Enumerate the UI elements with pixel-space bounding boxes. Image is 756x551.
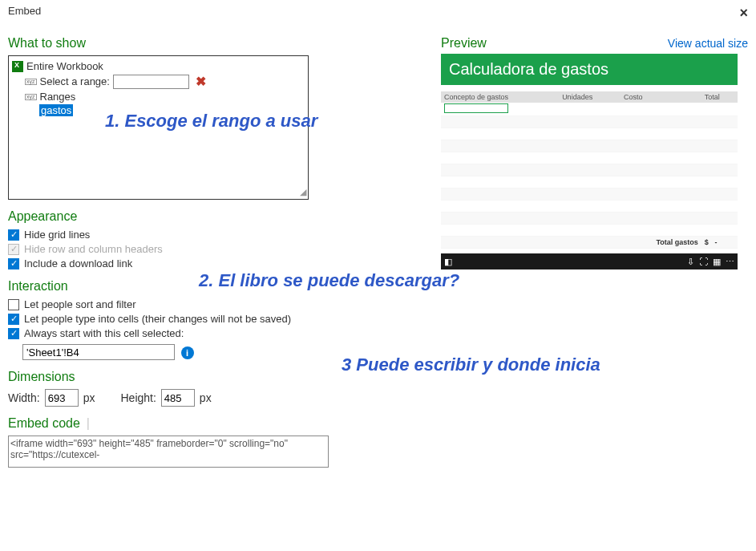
select-range-label: Select a range: (40, 75, 110, 87)
excel-mini-icon: ◧ (444, 257, 452, 267)
dialog-title: Embed (8, 5, 41, 22)
preview-pane: Calculadora de gastos Concepto de gastos… (441, 54, 738, 269)
height-label: Height: (120, 391, 156, 404)
checkbox-start-cell[interactable] (8, 328, 19, 339)
divider-icon: | (87, 416, 90, 431)
checkbox-hide-headers (8, 244, 19, 255)
ranges-label: Ranges (40, 91, 76, 103)
preview-sheet-title: Calculadora de gastos (441, 54, 738, 85)
col-concepto: Concepto de gastos (441, 91, 559, 103)
table-row (441, 164, 738, 176)
tree-node-workbook[interactable]: Entire Workbook (12, 59, 305, 73)
view-actual-size-link[interactable]: View actual size (668, 37, 748, 50)
width-input[interactable] (45, 389, 79, 407)
table-row (441, 103, 738, 116)
table-row (441, 176, 738, 188)
table-row (441, 116, 738, 128)
col-total: Total (701, 91, 738, 103)
col-costo: Costo (621, 91, 701, 103)
section-preview: Preview (441, 36, 487, 51)
height-unit: px (200, 391, 212, 404)
clear-range-icon[interactable]: ✖ (196, 74, 206, 89)
dialog-header: Embed × (0, 0, 756, 26)
annotation-2: 2. El libro se puede descargar? (199, 270, 459, 291)
tree-label: Entire Workbook (26, 60, 103, 72)
embed-code-textarea[interactable] (8, 436, 329, 468)
section-what-to-show: What to show (8, 36, 425, 51)
tree-node-select-range[interactable]: xyz Select a range: ✖ (25, 73, 305, 90)
preview-table: Concepto de gastos Unidades Costo Total (441, 91, 738, 249)
table-row (441, 128, 738, 140)
info-icon[interactable]: i (181, 346, 194, 359)
total-row: Total gastos$ - (441, 237, 738, 249)
table-row (441, 201, 738, 213)
table-row (441, 140, 738, 152)
selected-range[interactable]: gastos (39, 104, 73, 116)
section-appearance: Appearance (8, 209, 425, 224)
range-icon: xyz (25, 94, 37, 100)
label-download-link: Include a download link (24, 257, 132, 269)
fullscreen-icon[interactable]: ⛶ (699, 257, 708, 267)
checkbox-download-link[interactable] (8, 258, 19, 269)
checkbox-hide-gridlines[interactable] (8, 229, 19, 241)
label-sort-filter: Let people sort and filter (24, 298, 135, 310)
annotation-1: 1. Escoge el rango a usar (105, 111, 317, 132)
height-input[interactable] (161, 389, 195, 407)
table-row (441, 188, 738, 201)
resize-handle-icon[interactable]: ◢ (300, 187, 306, 197)
range-icon: xyz (25, 79, 37, 85)
checkbox-sort-filter[interactable] (8, 299, 19, 310)
width-label: Width: (8, 391, 40, 404)
label-start-cell: Always start with this cell selected: (24, 327, 184, 339)
excel-icon (12, 61, 23, 72)
annotation-3: 3 Puede escribir y donde inicia (342, 355, 600, 375)
label-hide-gridlines: Hide grid lines (24, 229, 90, 241)
start-cell-input[interactable] (22, 344, 175, 360)
download-icon[interactable]: ⇩ (687, 257, 694, 267)
checkbox-type-cells[interactable] (8, 314, 19, 325)
tree-node-ranges[interactable]: xyz Ranges (25, 90, 305, 103)
active-cell[interactable] (444, 103, 508, 113)
section-embed-code: Embed code | (8, 416, 425, 431)
col-unidades: Unidades (559, 91, 621, 103)
more-icon[interactable]: ⋯ (726, 257, 734, 267)
close-icon[interactable]: × (739, 5, 748, 22)
width-unit: px (83, 391, 95, 404)
table-row (441, 213, 738, 225)
grid-icon[interactable]: ▦ (713, 257, 721, 267)
table-row (441, 152, 738, 164)
label-type-cells: Let people type into cells (their change… (24, 313, 291, 325)
range-input[interactable] (113, 75, 189, 89)
label-hide-headers: Hide row and column headers (24, 243, 163, 255)
preview-status-bar: ◧ ⇩ ⛶ ▦ ⋯ (441, 253, 738, 269)
table-row (441, 225, 738, 237)
